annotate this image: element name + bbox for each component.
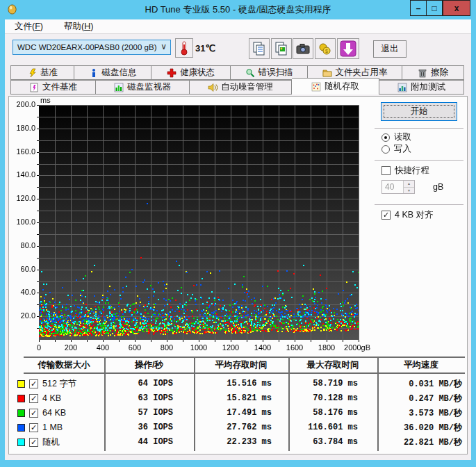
aam-icon <box>208 83 218 92</box>
col-avg-access: 平均存取时间 <box>194 359 288 371</box>
file-benchmark-icon <box>29 83 39 92</box>
tab-file-benchmark[interactable]: 文件基准 <box>10 80 96 95</box>
error-scan-icon <box>245 68 255 78</box>
align-label: 4 KB 对齐 <box>395 209 434 221</box>
coins-button[interactable]: $ <box>315 38 336 59</box>
minimize-button[interactable]: – <box>410 0 426 16</box>
short-stroke-row[interactable]: 快捷行程 <box>381 165 429 177</box>
tab-benchmark[interactable]: 基准 <box>10 65 74 80</box>
tab-erase[interactable]: 擦除 <box>402 65 464 80</box>
disk-monitor-icon <box>114 83 124 92</box>
menu-help[interactable]: 帮助(H) <box>61 20 96 33</box>
table-row: ✓512 字节 64 IOPS 15.516 ms 58.719 ms 0.03… <box>24 377 465 391</box>
read-radio-row[interactable]: 读取 <box>381 131 411 143</box>
toolbar: WDC WD20EARX-00PASB0 (2000 gB) ∨ 31℃ <box>5 35 471 65</box>
health-icon <box>167 68 177 78</box>
svg-text:$: $ <box>325 49 328 54</box>
maximize-button[interactable]: □ <box>426 0 443 16</box>
drive-select-value: WDC WD20EARX-00PASB0 (2000 gB) <box>17 43 156 51</box>
short-stroke-label: 快捷行程 <box>395 165 429 177</box>
series-checkbox[interactable]: ✓ <box>29 423 38 432</box>
short-stroke-checkbox[interactable] <box>381 166 391 175</box>
extra-tests-icon <box>397 83 407 92</box>
separator <box>375 128 463 129</box>
titlebar: HD Tune 专业版 5.50 - 硬盘/固态硬盘实用程序 – □ x <box>0 0 476 19</box>
tab-row-2: 文件基准 磁盘监视器 自动噪音管理 随机存取 附加测试 <box>10 80 464 95</box>
spinner-up-icon[interactable]: ▲ <box>403 181 414 188</box>
random-access-panel: 开始 读取 写入 快捷行程 ▲ ▼ gB <box>8 96 468 454</box>
read-label: 读取 <box>394 131 411 143</box>
tab-disk-info[interactable]: 磁盘信息 <box>74 65 151 80</box>
access-time-scatter-chart <box>9 97 377 355</box>
short-stroke-spinner[interactable]: ▲ ▼ <box>381 180 415 194</box>
copy-image-button[interactable] <box>271 38 292 59</box>
copy-text-button[interactable] <box>249 38 270 59</box>
exit-button[interactable]: 退出 <box>373 40 407 58</box>
tab-row-1: 基准 磁盘信息 健康状态 错误扫描 文件夹占用率 擦除 <box>10 65 464 80</box>
align-checkbox[interactable]: ✓ <box>381 211 391 220</box>
write-label: 写入 <box>394 143 411 155</box>
menubar: 文件(F) 帮助(H) <box>5 19 471 34</box>
separator <box>375 160 463 161</box>
tab-aam[interactable]: 自动噪音管理 <box>190 80 292 95</box>
temperature-value: 31℃ <box>195 43 215 54</box>
camera-button[interactable] <box>293 38 313 59</box>
read-radio[interactable] <box>381 133 390 142</box>
tab-disk-monitor[interactable]: 磁盘监视器 <box>96 80 190 95</box>
table-header-underline <box>24 372 465 374</box>
tab-health[interactable]: 健康状态 <box>151 65 231 80</box>
write-radio[interactable] <box>381 145 390 154</box>
col-transfer-size: 传输数据大小 <box>24 359 104 371</box>
separator <box>375 204 463 205</box>
chevron-down-icon: ∨ <box>161 42 167 51</box>
align-row[interactable]: ✓ 4 KB 对齐 <box>381 209 434 221</box>
write-radio-row[interactable]: 写入 <box>381 143 411 155</box>
table-row: ✓随机 44 IOPS 22.233 ms 63.784 ms 22.821 M… <box>24 435 465 449</box>
coins-icon: $ <box>318 42 332 56</box>
temperature-button[interactable] <box>175 38 193 58</box>
menu-file[interactable]: 文件(F) <box>12 20 46 33</box>
disk-info-icon <box>89 68 99 78</box>
table-row: ✓64 KB 57 IOPS 17.491 ms 58.176 ms 3.573… <box>24 406 465 420</box>
series-checkbox[interactable]: ✓ <box>29 438 38 447</box>
update-download-icon <box>340 40 356 57</box>
series-color-swatch <box>17 395 25 402</box>
thermometer-icon <box>180 40 188 56</box>
table-row: ✓4 KB 63 IOPS 15.821 ms 70.128 ms 0.247 … <box>24 391 465 405</box>
series-checkbox[interactable]: ✓ <box>29 409 38 418</box>
copy-text-icon <box>252 41 266 56</box>
camera-icon <box>296 43 310 54</box>
table-row: ✓1 MB 36 IOPS 27.762 ms 116.601 ms 36.02… <box>24 420 465 434</box>
tab-random-access[interactable]: 随机存取 <box>292 78 379 95</box>
series-color-swatch <box>17 380 25 388</box>
col-max-access: 最大存取时间 <box>288 359 377 371</box>
series-color-swatch <box>17 409 25 417</box>
spinner-down-icon[interactable]: ▼ <box>403 188 414 194</box>
erase-icon <box>418 68 427 78</box>
series-checkbox[interactable]: ✓ <box>29 379 38 388</box>
tab-extra-tests[interactable]: 附加测试 <box>379 80 464 95</box>
short-stroke-input[interactable] <box>382 181 402 192</box>
random-access-icon <box>311 82 321 92</box>
client-area: 文件(F) 帮助(H) WDC WD20EARX-00PASB0 (2000 g… <box>5 19 471 460</box>
folder-usage-icon <box>322 68 332 78</box>
window-title: HD Tune 专业版 5.50 - 硬盘/固态硬盘实用程序 <box>0 3 476 16</box>
copy-image-icon <box>274 41 288 56</box>
table-header-row: 传输数据大小 操作/秒 平均存取时间 最大存取时间 平均速度 <box>24 358 465 372</box>
col-ops-per-sec: 操作/秒 <box>104 359 194 371</box>
update-button[interactable] <box>337 38 359 59</box>
series-color-swatch <box>17 424 25 432</box>
short-stroke-unit: gB <box>433 182 443 192</box>
series-color-swatch <box>17 439 25 446</box>
close-button[interactable]: x <box>443 0 470 16</box>
col-avg-speed: 平均速度 <box>377 359 465 371</box>
benchmark-icon <box>27 68 37 78</box>
series-checkbox[interactable]: ✓ <box>29 394 38 403</box>
hdtune-window: HD Tune 专业版 5.50 - 硬盘/固态硬盘实用程序 – □ x 文件(… <box>0 0 476 467</box>
start-button[interactable]: 开始 <box>381 102 457 121</box>
drive-select-dropdown[interactable]: WDC WD20EARX-00PASB0 (2000 gB) ∨ <box>13 40 171 55</box>
